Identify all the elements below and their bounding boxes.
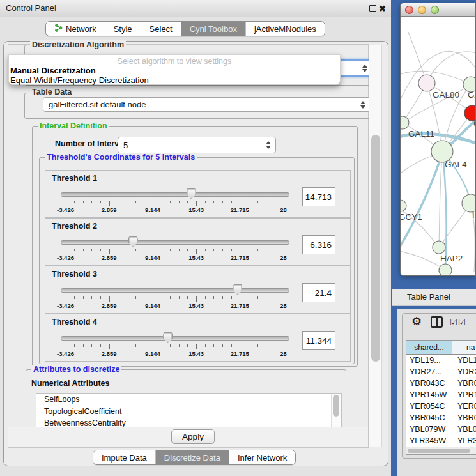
- tick-mark: [162, 249, 162, 251]
- tick-mark: [100, 201, 101, 203]
- slider-thumb[interactable]: [163, 332, 173, 343]
- tick-label: -3.426: [57, 206, 74, 213]
- table-cell: YBR0: [452, 378, 476, 389]
- tick-mark: [257, 296, 258, 299]
- tab-cyni-toolbox[interactable]: Cyni Toolbox: [181, 22, 245, 36]
- tick-mark: [257, 344, 258, 347]
- tab-discretize-data[interactable]: Discretize Data: [155, 450, 229, 464]
- number-of-intervals-combobox[interactable]: 5: [118, 137, 276, 153]
- tick-mark: [284, 296, 284, 302]
- tick-mark: [222, 296, 223, 299]
- tick-label: 9.144: [145, 302, 160, 309]
- slider-thumb[interactable]: [187, 188, 196, 199]
- threshold-label: Threshold 2: [52, 222, 97, 231]
- table-panel-titlebar[interactable]: Table Panel: [392, 289, 476, 306]
- threshold-value-field[interactable]: 14.713: [302, 187, 335, 206]
- list-item[interactable]: TopologicalCoefficient: [36, 406, 341, 418]
- tick-mark: [240, 296, 240, 302]
- tick-mark: [179, 201, 180, 203]
- network-window-titlebar[interactable]: [401, 3, 476, 17]
- table-data-combobox[interactable]: galFiltered.sif default node: [43, 97, 371, 112]
- apply-button[interactable]: Apply: [171, 429, 215, 444]
- threshold-value-field[interactable]: 11.344: [302, 331, 335, 350]
- thresholds-group: Threshold's Coordinates for 5 Intervals …: [39, 157, 355, 364]
- table-hscrollbar-thumb[interactable]: [408, 449, 470, 453]
- tick-mark: [144, 249, 144, 251]
- tick-label: 15.43: [188, 206, 204, 213]
- table-row[interactable]: YBL079WYBL0: [406, 424, 476, 435]
- slider-track[interactable]: [61, 336, 289, 341]
- table-cell: YBR0: [452, 412, 476, 424]
- tab-style[interactable]: Style: [105, 22, 141, 36]
- numerical-attributes-list[interactable]: SelfLoopsTopologicalCoefficientBetweenne…: [36, 393, 342, 428]
- column-header[interactable]: shared...: [406, 341, 452, 354]
- table-row[interactable]: YBR043CYBR0: [406, 378, 476, 389]
- slider-thumb[interactable]: [128, 236, 138, 247]
- tab-jactivemnodules[interactable]: jActiveMNodules: [245, 22, 325, 36]
- checkbox-icon[interactable]: ☑: [458, 318, 466, 327]
- tick-mark: [266, 249, 266, 251]
- slider-track[interactable]: [61, 288, 289, 293]
- node-attribute-table[interactable]: shared...na YDL19...YDL1YDR27...YDR2YBR0…: [406, 340, 476, 455]
- network-canvas[interactable]: GAL80GACGAL11GAL4GCY1HHAP2: [401, 17, 476, 276]
- table-cell: YER0: [452, 401, 476, 412]
- float-icon[interactable]: [369, 5, 376, 12]
- tick-mark: [187, 344, 188, 347]
- tab-select[interactable]: Select: [141, 22, 181, 36]
- table-hscrollbar[interactable]: [406, 447, 476, 454]
- minimize-traffic-light-icon[interactable]: [418, 6, 426, 14]
- slider-track[interactable]: [61, 240, 289, 245]
- tick-mark: [249, 296, 249, 299]
- tab-infer-network[interactable]: Infer Network: [229, 450, 295, 464]
- tick-label: 28: [280, 254, 287, 261]
- algorithm-option[interactable]: Equal Width/Frequency Discretization: [9, 75, 340, 85]
- table-row[interactable]: YDR27...YDR2: [406, 366, 476, 378]
- gear-icon[interactable]: ⚙: [411, 315, 422, 328]
- attributes-scrollbar[interactable]: [331, 394, 341, 427]
- attributes-group: Attributes to discretize Numerical Attri…: [26, 369, 346, 430]
- table-row[interactable]: YER054CYER0: [406, 401, 476, 412]
- tick-label: 2.859: [102, 350, 117, 357]
- threshold-row: Threshold 4-3.4262.8599.14415.4321.71528…: [45, 314, 351, 362]
- node-label: GAL80: [433, 90, 459, 100]
- tick-mark: [196, 201, 197, 206]
- table-row[interactable]: YBR045CYBR0: [406, 412, 476, 424]
- thresholds-title: Threshold's Coordinates for 5 Intervals: [45, 153, 197, 162]
- table-row[interactable]: YDL19...YDL1: [406, 355, 476, 366]
- split-table-icon[interactable]: [431, 316, 443, 328]
- tab-label: Style: [114, 24, 132, 34]
- network-node-gal11[interactable]: [401, 116, 409, 129]
- close-traffic-light-icon[interactable]: [405, 6, 413, 14]
- table-row[interactable]: YPR145WYPR1: [406, 389, 476, 401]
- network-node-hap2[interactable]: [433, 241, 445, 254]
- list-item[interactable]: SelfLoops: [36, 394, 341, 406]
- attributes-scrollbar-thumb[interactable]: [333, 395, 339, 417]
- algorithm-option[interactable]: Manual Discretization: [9, 66, 340, 75]
- threshold-value-field[interactable]: 6.316: [302, 235, 335, 254]
- tick-mark: [162, 344, 162, 347]
- network-node-gcy1[interactable]: [401, 200, 406, 211]
- tick-mark: [213, 201, 214, 203]
- network-node-gal4[interactable]: [431, 141, 453, 162]
- tab-network[interactable]: Network: [46, 22, 105, 36]
- checkbox-icon[interactable]: ☑: [450, 318, 457, 327]
- network-node-gal80[interactable]: [418, 75, 435, 91]
- slider-thumb[interactable]: [233, 284, 242, 295]
- table-row[interactable]: YLR345WYLR3: [406, 435, 476, 447]
- threshold-value-field[interactable]: 21.4: [302, 283, 335, 302]
- tab-impute-data[interactable]: Impute Data: [93, 450, 155, 464]
- table-header[interactable]: shared...na: [406, 341, 476, 355]
- tick-mark: [231, 296, 232, 299]
- slider-track[interactable]: [61, 192, 289, 197]
- control-panel-titlebar[interactable]: Control Panel ✖: [0, 0, 391, 17]
- network-node-h[interactable]: [462, 194, 476, 212]
- tick-label: 21.715: [231, 350, 249, 357]
- tick-mark: [266, 344, 266, 347]
- combo-arrows-icon: [360, 101, 365, 109]
- network-node[interactable]: [439, 264, 452, 276]
- zoom-traffic-light-icon[interactable]: [431, 6, 439, 14]
- column-header[interactable]: na: [452, 341, 476, 354]
- main-scrollbar-thumb[interactable]: [371, 135, 380, 362]
- close-icon[interactable]: ✖: [379, 3, 386, 14]
- main-scrollbar[interactable]: [369, 45, 382, 447]
